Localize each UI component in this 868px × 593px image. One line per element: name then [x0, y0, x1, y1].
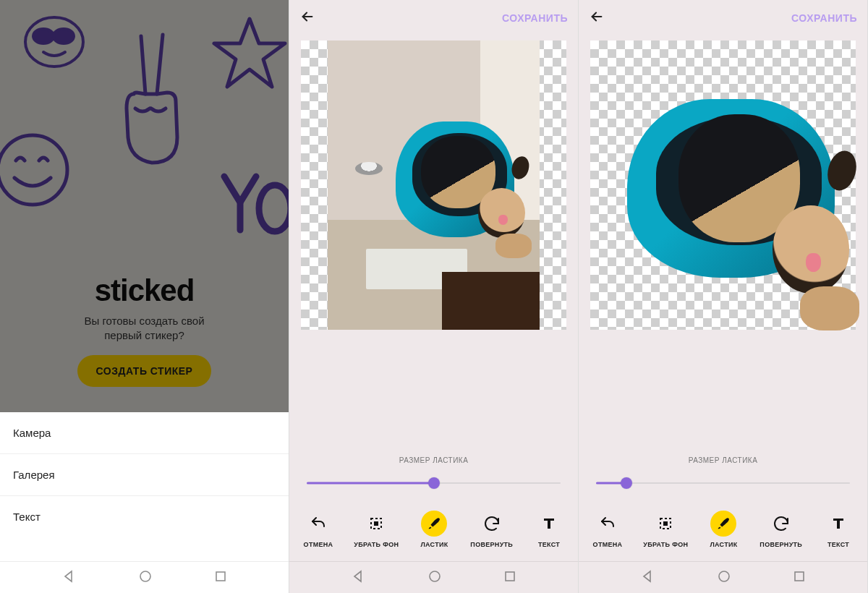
text-icon	[540, 515, 558, 532]
save-button[interactable]: СОХРАНИТЬ	[791, 12, 857, 24]
tool-text-label: ТЕКСТ	[827, 541, 849, 548]
brush-icon	[426, 516, 442, 532]
svg-rect-12	[663, 521, 668, 526]
editor-toolbar: ОТМЕНА УБРАТЬ ФОН ЛАСТИК ПОВЕРНУТЬ ТЕКСТ	[579, 502, 867, 561]
nav-home-icon[interactable]	[427, 569, 442, 586]
rotate-icon	[773, 515, 790, 532]
pane-editor-cutout: СОХРАНИТЬ РАЗМЕР ЛАСТИКА ОТМЕНА УБРАТЬ Ф…	[579, 0, 868, 593]
tool-text-label: ТЕКСТ	[538, 541, 560, 548]
source-bottom-sheet: Камера Галерея Текст	[0, 412, 289, 561]
slider-thumb[interactable]	[621, 477, 632, 489]
cutout-subject	[627, 64, 834, 318]
android-nav-bar	[289, 561, 578, 593]
pane-editor-original: СОХРАНИТЬ РАЗМЕР ЛАСТИКА ОТМЕНА УБРАТЬ	[289, 0, 579, 593]
tool-remove-bg-label: УБРАТЬ ФОН	[643, 541, 688, 548]
tool-rotate-label: ПОВЕРНУТЬ	[470, 541, 513, 548]
sheet-item-gallery[interactable]: Галерея	[0, 454, 289, 496]
slider-fill	[307, 482, 434, 485]
svg-rect-14	[795, 572, 804, 581]
tool-undo[interactable]: ОТМЕНА	[586, 511, 629, 548]
landing-hero: sticked Вы готовы создать свой первый ст…	[0, 0, 289, 412]
eraser-size-label: РАЗМЕР ЛАСТИКА	[307, 456, 561, 464]
text-icon	[830, 515, 847, 532]
tool-remove-bg[interactable]: УБРАТЬ ФОН	[643, 511, 688, 548]
tool-undo-label: ОТМЕНА	[593, 541, 623, 548]
crop-icon	[367, 515, 385, 532]
tool-eraser-label: ЛАСТИК	[710, 541, 737, 548]
nav-recent-icon[interactable]	[793, 570, 806, 586]
eraser-size-slider[interactable]	[307, 474, 561, 492]
rotate-icon	[483, 515, 501, 532]
android-nav-bar	[0, 561, 289, 593]
arrow-left-icon	[299, 9, 315, 25]
editor-header: СОХРАНИТЬ	[579, 0, 867, 36]
tool-eraser[interactable]: ЛАСТИК	[702, 511, 745, 548]
svg-point-9	[430, 571, 440, 581]
tool-eraser[interactable]: ЛАСТИК	[412, 511, 456, 548]
nav-back-icon[interactable]	[61, 569, 76, 586]
nav-back-icon[interactable]	[640, 569, 655, 586]
sheet-item-camera[interactable]: Камера	[0, 412, 289, 454]
tool-text[interactable]: ТЕКСТ	[527, 511, 571, 548]
editor-middle: РАЗМЕР ЛАСТИКА	[289, 330, 578, 502]
undo-icon	[599, 515, 616, 532]
slider-thumb[interactable]	[428, 477, 440, 489]
crop-icon	[657, 515, 674, 532]
android-nav-bar	[579, 561, 867, 593]
arrow-left-icon	[589, 9, 605, 25]
eraser-size-slider[interactable]	[596, 474, 850, 492]
tool-text[interactable]: ТЕКСТ	[817, 511, 860, 548]
editor-toolbar: ОТМЕНА УБРАТЬ ФОН ЛАСТИК ПОВЕРНУТЬ ТЕКСТ	[289, 502, 578, 561]
tool-eraser-label: ЛАСТИК	[420, 541, 448, 548]
svg-rect-8	[374, 521, 378, 526]
nav-back-icon[interactable]	[351, 569, 365, 586]
editor-header: СОХРАНИТЬ	[289, 0, 578, 36]
nav-home-icon[interactable]	[717, 569, 731, 586]
tool-undo[interactable]: ОТМЕНА	[297, 511, 340, 548]
tool-remove-bg[interactable]: УБРАТЬ ФОН	[354, 511, 399, 548]
save-button[interactable]: СОХРАНИТЬ	[502, 12, 568, 24]
svg-point-13	[719, 571, 729, 581]
tool-rotate-label: ПОВЕРНУТЬ	[760, 541, 802, 548]
brush-icon	[715, 516, 731, 532]
back-button[interactable]	[589, 9, 605, 27]
svg-rect-10	[506, 572, 514, 581]
eraser-size-label: РАЗМЕР ЛАСТИКА	[596, 456, 850, 464]
editor-middle: РАЗМЕР ЛАСТИКА	[579, 330, 867, 502]
sheet-item-text[interactable]: Текст	[0, 496, 289, 537]
pane-landing: sticked Вы готовы создать свой первый ст…	[0, 0, 289, 593]
tool-undo-label: ОТМЕНА	[304, 541, 333, 548]
nav-home-icon[interactable]	[138, 569, 153, 586]
tool-rotate[interactable]: ПОВЕРНУТЬ	[470, 511, 514, 548]
back-button[interactable]	[299, 9, 315, 27]
editor-canvas[interactable]	[301, 40, 566, 330]
svg-rect-6	[216, 572, 225, 581]
source-photo	[328, 40, 540, 330]
modal-dim-overlay[interactable]	[0, 0, 289, 412]
svg-point-5	[140, 571, 150, 581]
editor-canvas[interactable]	[590, 40, 856, 330]
tool-remove-bg-label: УБРАТЬ ФОН	[354, 541, 399, 548]
tool-rotate[interactable]: ПОВЕРНУТЬ	[760, 511, 803, 548]
nav-recent-icon[interactable]	[503, 570, 516, 586]
undo-icon	[310, 515, 327, 532]
nav-recent-icon[interactable]	[214, 570, 227, 586]
